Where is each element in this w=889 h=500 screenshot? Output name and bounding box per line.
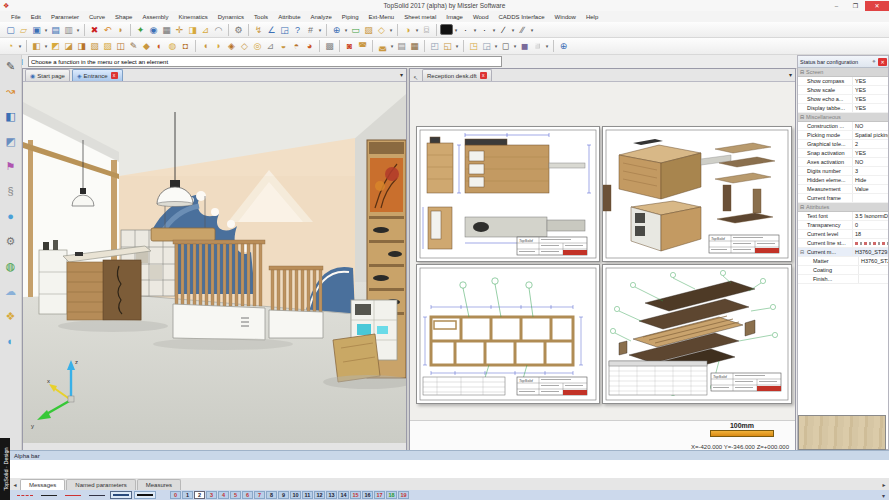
linestyle-solid-dark[interactable] <box>86 491 108 499</box>
restore-button[interactable]: ❐ <box>846 1 865 11</box>
point-style-icon[interactable]: · <box>459 24 472 36</box>
page-box-12[interactable]: 12 <box>314 491 325 499</box>
property-value[interactable]: H3760_ST29... <box>852 248 888 256</box>
linewidth-thick-blue[interactable] <box>110 491 132 499</box>
menu-wood[interactable]: Wood <box>468 14 494 20</box>
modify-shape-icon[interactable]: ◉ <box>147 24 160 36</box>
doc-props-icon[interactable]: ▤ <box>395 40 408 52</box>
page-box-7[interactable]: 7 <box>254 491 265 499</box>
stock-icon[interactable]: ◚ <box>356 40 369 52</box>
wood-frame-icon[interactable]: ◩ <box>49 40 62 52</box>
strip-dropdown-icon[interactable]: ▾ <box>882 492 885 499</box>
zoom-window-icon[interactable]: ▭ <box>349 24 362 36</box>
property-value[interactable]: 3.5 IsonormD <box>852 212 888 220</box>
panel-close-icon[interactable]: ✕ <box>878 58 887 66</box>
paste-set-icon[interactable]: ◱ <box>441 40 454 52</box>
wood-trim-icon[interactable]: ◓ <box>290 40 303 52</box>
property-row[interactable]: Digits number3 <box>798 167 888 176</box>
property-value[interactable]: YES <box>852 86 888 94</box>
screw-tool-icon[interactable]: § <box>3 183 19 199</box>
section-header-attributes[interactable]: ⊟Attributes <box>798 203 888 212</box>
wood-band-icon[interactable]: ⊿ <box>264 40 277 52</box>
render-image-icon[interactable]: ▨ <box>362 24 375 36</box>
property-row[interactable]: Picking modeSpatial picking <box>798 131 888 140</box>
property-value[interactable] <box>858 266 888 274</box>
hatch-style-icon[interactable]: ∕∕ <box>516 24 529 36</box>
prompt-input[interactable] <box>28 56 502 67</box>
measure-angle-icon[interactable]: ∠ <box>265 24 278 36</box>
menu-tools[interactable]: Tools <box>249 14 273 20</box>
property-row[interactable]: Show echo a...YES <box>798 95 888 104</box>
drawing-sheet-frame[interactable] <box>416 264 600 404</box>
nesting-icon[interactable]: ◙ <box>343 40 356 52</box>
menu-curve[interactable]: Curve <box>84 14 110 20</box>
page-box-4[interactable]: 4 <box>218 491 229 499</box>
wood-glue-icon[interactable]: ◕ <box>303 40 316 52</box>
property-value[interactable]: 18 <box>852 230 888 238</box>
property-value[interactable]: H3760_ST29… <box>858 257 888 265</box>
page-box-2[interactable]: 2 <box>194 491 205 499</box>
property-value[interactable] <box>852 239 888 247</box>
tab-entrance[interactable]: ◈ Entrance x <box>72 69 123 81</box>
save-icon[interactable]: ▣ <box>30 24 43 36</box>
dropdown-caret-icon[interactable]: ▾ <box>75 27 81 33</box>
tab-messages[interactable]: Messages <box>20 479 65 490</box>
wood-lamella-icon[interactable]: ◈ <box>225 40 238 52</box>
wood-corner-icon[interactable]: ◘ <box>179 40 192 52</box>
menu-kinematics[interactable]: Kinematics <box>173 14 212 20</box>
minimize-button[interactable]: – <box>827 1 846 11</box>
property-row[interactable]: Snap activationYES <box>798 149 888 158</box>
views-icon[interactable]: # <box>304 24 317 36</box>
menu-dynamics[interactable]: Dynamics <box>213 14 249 20</box>
menu-file[interactable]: File <box>6 14 26 20</box>
wood-panel-icon[interactable]: ◧ <box>30 40 43 52</box>
dropdown-caret-icon[interactable]: ▾ <box>317 27 323 33</box>
page-box-1[interactable]: 1 <box>182 491 193 499</box>
property-row[interactable]: ⊟Current m...H3760_ST29... <box>798 248 888 257</box>
stamp-tool-icon[interactable]: ⚑ <box>3 158 19 174</box>
line-style-icon[interactable]: ∕ <box>497 24 510 36</box>
redo-brush-icon[interactable]: ◗ <box>114 24 127 36</box>
info-icon[interactable]: ? <box>291 24 304 36</box>
duplicate-icon[interactable]: ◨ <box>186 24 199 36</box>
linewidth-thick-black[interactable] <box>134 491 156 499</box>
assembly-tool-icon[interactable]: ❖ <box>3 308 19 324</box>
page-box-3[interactable]: 3 <box>206 491 217 499</box>
property-value[interactable] <box>858 275 888 283</box>
dropdown-caret-icon[interactable]: ▾ <box>454 43 460 49</box>
dropdown-caret-icon[interactable]: ▾ <box>544 43 550 49</box>
page-box-10[interactable]: 10 <box>290 491 301 499</box>
wood-rabbet-icon[interactable]: ◇ <box>238 40 251 52</box>
property-row[interactable]: Coating <box>798 266 888 275</box>
zoom-icon[interactable]: ⊕ <box>330 24 343 36</box>
property-value[interactable]: 2 <box>852 140 888 148</box>
wood-saw-icon[interactable]: ◎ <box>251 40 264 52</box>
tab-measures[interactable]: Measures <box>137 479 181 490</box>
gear-tool-icon[interactable]: ⚙ <box>3 233 19 249</box>
wood-sand-icon[interactable]: ◒ <box>277 40 290 52</box>
point-style-2-icon[interactable]: · <box>478 24 491 36</box>
menu-assembly[interactable]: Assembly <box>137 14 173 20</box>
sketch-tool-icon[interactable]: ✎ <box>3 58 19 74</box>
material-preview-swatch[interactable] <box>798 415 886 450</box>
menu-help[interactable]: Help <box>581 14 603 20</box>
page-box-13[interactable]: 13 <box>326 491 337 499</box>
pin-icon[interactable]: ⌖ <box>870 58 878 65</box>
property-value[interactable]: Value <box>852 185 888 193</box>
sphere-tool-icon[interactable]: ● <box>3 208 19 224</box>
pattern-icon[interactable]: ▦ <box>160 24 173 36</box>
wood-hinge-icon[interactable]: ◐ <box>153 40 166 52</box>
move-element-icon[interactable]: ✛ <box>173 24 186 36</box>
property-value[interactable]: YES <box>852 95 888 103</box>
property-value[interactable] <box>852 194 888 202</box>
menu-piping[interactable]: Piping <box>337 14 364 20</box>
publish-icon[interactable]: ◽ <box>531 40 544 52</box>
move-folder-icon[interactable]: ◛ <box>376 40 389 52</box>
shape-tool-icon[interactable]: ◧ <box>3 108 19 124</box>
tab-scroll-left-icon[interactable]: ◂ <box>10 481 20 488</box>
undo-icon[interactable]: ↶ <box>101 24 114 36</box>
property-value[interactable]: Spatial picking <box>852 131 888 139</box>
page-box-15[interactable]: 15 <box>350 491 361 499</box>
property-value[interactable]: 3 <box>852 167 888 175</box>
page-box-14[interactable]: 14 <box>338 491 349 499</box>
